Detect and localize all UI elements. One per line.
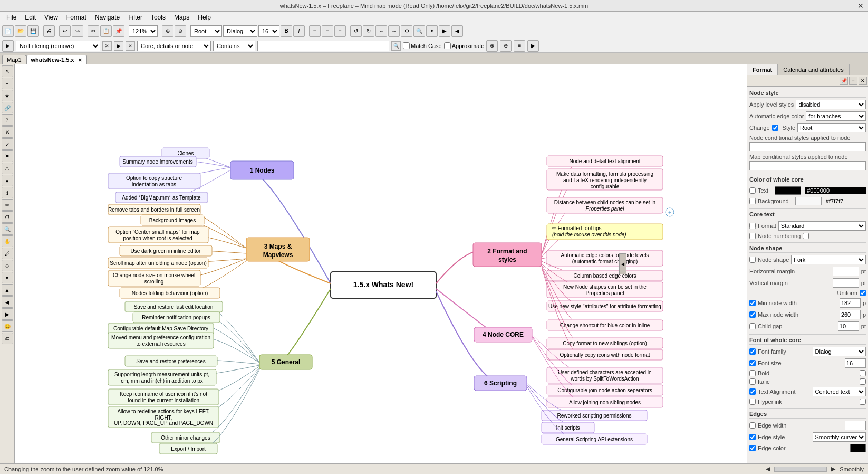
edge-color-cb[interactable] <box>749 445 756 451</box>
lt-btn-flag[interactable]: ⚑ <box>2 150 13 162</box>
filter-match-select[interactable]: Contains <box>213 41 255 51</box>
tb-btn-2[interactable]: ⊖ <box>175 25 186 37</box>
cut-btn[interactable]: ✂ <box>88 25 99 37</box>
uniform-cb[interactable] <box>860 290 866 296</box>
filter-icon2[interactable]: ⊖ <box>500 40 512 52</box>
lt-btn-right[interactable]: ▶ <box>2 308 13 320</box>
save-btn[interactable]: 💾 <box>27 25 39 37</box>
edge-style-select[interactable]: Smoothly curved ( <box>813 432 866 442</box>
lt-btn-smile[interactable]: 😊 <box>2 320 13 332</box>
child-gap-input[interactable] <box>838 321 859 331</box>
lt-btn-edit[interactable]: ✏ <box>2 199 13 211</box>
bold-val-cb[interactable] <box>860 370 866 376</box>
h-margin-input[interactable] <box>833 267 859 276</box>
node-numbering-cb[interactable] <box>749 233 756 239</box>
tb-misc4[interactable]: → <box>388 25 400 37</box>
lt-btn-tag[interactable]: 🏷 <box>2 333 13 344</box>
italic-val-cb[interactable] <box>860 378 866 385</box>
filter-icon1[interactable]: ⊕ <box>486 40 498 52</box>
font-size-cb[interactable] <box>749 360 756 366</box>
italic-btn[interactable]: I <box>293 25 305 37</box>
node-shape-cb[interactable] <box>749 257 756 263</box>
match-case-cb[interactable] <box>403 42 410 49</box>
menu-navigate[interactable]: Navigate <box>91 13 124 22</box>
filter-arrow-btn[interactable]: ▶ <box>114 41 123 51</box>
menu-edit[interactable]: Edit <box>21 13 40 22</box>
font-family-select[interactable]: Dialog <box>223 25 257 37</box>
text-color-box[interactable] <box>775 186 801 195</box>
filter-search-btn[interactable]: 🔍 <box>391 41 401 51</box>
rp-tab-calendar[interactable]: Calendar and attributes <box>778 64 849 75</box>
tb-misc2[interactable]: ↻ <box>363 25 374 37</box>
tb-misc7[interactable]: ✦ <box>426 25 438 37</box>
hyperlink-cb[interactable] <box>749 399 756 405</box>
lt-btn-circle[interactable]: ● <box>2 175 13 186</box>
approximate-cb[interactable] <box>444 42 451 49</box>
lt-btn-cursor[interactable]: ↖ <box>2 65 13 77</box>
lt-btn-star[interactable]: ★ <box>2 90 13 101</box>
lt-btn-link[interactable]: 🔗 <box>2 102 13 113</box>
lt-btn-zoom[interactable]: 🔍 <box>2 223 13 235</box>
tb-misc3[interactable]: ← <box>375 25 387 37</box>
filter-clear-btn[interactable]: ✕ <box>102 41 112 51</box>
lt-btn-pen[interactable]: 🖊 <box>2 248 13 259</box>
node-cond-input[interactable] <box>749 142 866 151</box>
collapse-panel-btn[interactable]: ◀ <box>619 253 626 274</box>
format-select[interactable]: Standard <box>778 221 866 231</box>
node-shape-select[interactable]: Fork <box>791 255 866 264</box>
tb-misc6[interactable]: 🔍 <box>413 25 425 37</box>
min-width-input[interactable] <box>840 298 861 308</box>
lt-btn-add[interactable]: + <box>2 78 13 89</box>
rp-min-btn[interactable]: − <box>849 77 857 85</box>
lt-btn-time[interactable]: ⏱ <box>2 211 13 223</box>
edge-width-input[interactable] <box>845 421 866 430</box>
map-cond-input[interactable] <box>749 161 866 170</box>
child-gap-cb[interactable] <box>749 323 756 329</box>
scroll-right-btn[interactable]: ▶ <box>831 466 835 472</box>
filter-icon3[interactable]: ≡ <box>514 40 525 52</box>
tb-misc5[interactable]: ⚙ <box>401 25 412 37</box>
font-size-input[interactable] <box>845 358 866 368</box>
lt-btn-check[interactable]: ✓ <box>2 138 13 150</box>
undo-btn[interactable]: ↩ <box>59 25 71 37</box>
filter-select[interactable]: No Filtering (remove) <box>16 41 100 51</box>
lt-btn-x[interactable]: ✕ <box>2 126 13 138</box>
lt-btn-q[interactable]: ? <box>2 114 13 126</box>
edge-style-cb[interactable] <box>749 434 756 440</box>
filter-type-select[interactable]: Core, details or note <box>137 41 211 51</box>
copy-btn[interactable]: 📋 <box>100 25 112 37</box>
align-center-btn[interactable]: ≡ <box>322 25 333 37</box>
lt-btn-hand[interactable]: ✋ <box>2 235 13 247</box>
bg-color-cb[interactable] <box>749 198 756 204</box>
style-select[interactable]: Root <box>797 123 866 132</box>
filter-x-btn[interactable]: ✕ <box>126 41 135 51</box>
tab-map1[interactable]: Map1 <box>2 55 26 64</box>
open-btn[interactable]: 📂 <box>15 25 26 37</box>
tb-btn-1[interactable]: ⊕ <box>162 25 173 37</box>
lt-btn-info[interactable]: ℹ <box>2 187 13 198</box>
font-size-select[interactable]: 16 <box>258 25 279 37</box>
print-btn[interactable]: 🖨 <box>43 25 55 37</box>
tb-misc9[interactable]: ◀ <box>451 25 463 37</box>
align-left-btn[interactable]: ≡ <box>309 25 321 37</box>
scroll-bar[interactable] <box>774 467 827 472</box>
hyperlink-val-cb[interactable] <box>860 399 866 405</box>
zoom-select[interactable]: 121% <box>129 25 158 37</box>
map-canvas[interactable]: 1.5.x Whats New! 1 Nodes 3 Maps & Mapvie… <box>15 64 747 463</box>
min-width-cb[interactable] <box>749 300 756 306</box>
font-family-select[interactable]: Dialog <box>813 347 866 356</box>
text-color-cb[interactable] <box>749 187 756 194</box>
filter-icon4[interactable]: ▶ <box>527 40 539 52</box>
filter-btn-1[interactable]: ▶ <box>2 40 14 52</box>
tb-misc8[interactable]: ▶ <box>439 25 450 37</box>
menu-view[interactable]: View <box>40 13 62 22</box>
menu-tools[interactable]: Tools <box>147 13 170 22</box>
node-style-select[interactable]: Root <box>190 25 222 37</box>
close-button[interactable]: ✕ <box>857 2 864 10</box>
edge-width-cb[interactable] <box>749 422 756 429</box>
rp-close-btn[interactable]: ✕ <box>859 77 867 85</box>
right-panel-content[interactable]: Node style Apply level styles disabled A… <box>747 87 868 463</box>
bold-btn[interactable]: B <box>281 25 292 37</box>
lt-btn-left[interactable]: ◀ <box>2 296 13 308</box>
rp-pin-btn[interactable]: 📌 <box>840 77 848 85</box>
